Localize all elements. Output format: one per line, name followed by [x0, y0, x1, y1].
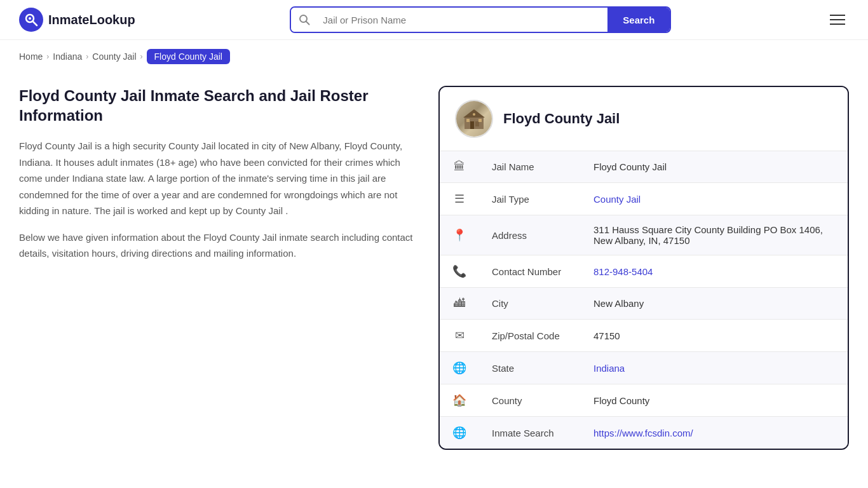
row-label: Address: [479, 215, 581, 255]
row-value: County Jail: [581, 183, 848, 215]
row-value-link[interactable]: Indiana: [593, 363, 625, 374]
search-wrapper: Search: [290, 6, 671, 33]
chevron-icon: ›: [86, 52, 88, 61]
table-row: 📍Address311 Hauss Square City County Bui…: [440, 215, 848, 255]
table-row: 📞Contact Number812-948-5404: [440, 255, 848, 288]
page-title: Floyd County Jail Inmate Search and Jail…: [19, 86, 413, 125]
row-label: Zip/Postal Code: [479, 320, 581, 352]
row-icon: 🏛: [440, 151, 479, 183]
table-row: ✉Zip/Postal Code47150: [440, 320, 848, 352]
breadcrumb-current: Floyd County Jail: [147, 49, 230, 64]
row-label: Inmate Search: [479, 417, 581, 449]
search-area: Search: [290, 6, 671, 33]
left-panel: Floyd County Jail Inmate Search and Jail…: [19, 86, 438, 272]
row-value: 47150: [581, 320, 848, 352]
row-label: Contact Number: [479, 255, 581, 288]
row-icon: 📞: [440, 255, 479, 288]
row-icon: 🌐: [440, 417, 479, 449]
search-icon: [291, 8, 318, 32]
row-icon: 🏙: [440, 288, 479, 320]
hamburger-line1: [830, 15, 845, 16]
breadcrumb-type[interactable]: County Jail: [92, 51, 136, 62]
header: InmateLookup Search: [0, 0, 868, 40]
row-label: Jail Name: [479, 151, 581, 183]
hamburger-line2: [830, 19, 845, 20]
row-value: Floyd County: [581, 384, 848, 417]
row-icon: ☰: [440, 183, 479, 215]
svg-point-11: [473, 113, 475, 116]
breadcrumb-home[interactable]: Home: [19, 51, 43, 62]
table-row: 🏙CityNew Albany: [440, 288, 848, 320]
row-label: City: [479, 288, 581, 320]
row-icon: 📍: [440, 215, 479, 255]
row-icon: 🌐: [440, 352, 479, 384]
svg-rect-9: [466, 119, 470, 122]
row-value: Indiana: [581, 352, 848, 384]
svg-rect-10: [478, 119, 482, 122]
svg-line-1: [33, 22, 37, 26]
jail-avatar-image: [456, 101, 492, 137]
breadcrumb: Home › Indiana › County Jail › Floyd Cou…: [0, 40, 868, 73]
search-input[interactable]: [318, 8, 607, 32]
breadcrumb-state[interactable]: Indiana: [53, 51, 82, 62]
row-label: Jail Type: [479, 183, 581, 215]
row-value: https://www.fcsdin.com/: [581, 417, 848, 449]
description-paragraph1: Floyd County Jail is a high security Cou…: [19, 138, 413, 219]
info-card: Floyd County Jail 🏛Jail NameFloyd County…: [438, 86, 849, 450]
row-value-link[interactable]: https://www.fcsdin.com/: [593, 428, 693, 438]
svg-rect-7: [470, 121, 474, 129]
row-label: State: [479, 352, 581, 384]
row-icon: 🏠: [440, 384, 479, 417]
row-value: 812-948-5404: [581, 255, 848, 288]
table-row: 🏠CountyFloyd County: [440, 384, 848, 417]
svg-rect-8: [475, 121, 479, 126]
search-button[interactable]: Search: [607, 8, 670, 32]
row-value: Floyd County Jail: [581, 151, 848, 183]
table-row: 🌐Inmate Searchhttps://www.fcsdin.com/: [440, 417, 848, 449]
row-label: County: [479, 384, 581, 417]
logo-icon: [19, 8, 43, 32]
table-row: 🏛Jail NameFloyd County Jail: [440, 151, 848, 183]
main-content: Floyd County Jail Inmate Search and Jail…: [0, 73, 868, 475]
hamburger-line3: [830, 24, 845, 25]
logo[interactable]: InmateLookup: [19, 8, 135, 32]
description-paragraph2: Below we have given information about th…: [19, 229, 413, 262]
menu-button[interactable]: [826, 11, 849, 29]
jail-avatar: [455, 100, 493, 138]
logo-text: InmateLookup: [48, 13, 135, 27]
row-value: 311 Hauss Square City County Building PO…: [581, 215, 848, 255]
row-value: New Albany: [581, 288, 848, 320]
card-header: Floyd County Jail: [440, 87, 848, 151]
table-row: ☰Jail TypeCounty Jail: [440, 183, 848, 215]
row-value-link[interactable]: 812-948-5404: [593, 266, 653, 277]
table-row: 🌐StateIndiana: [440, 352, 848, 384]
card-title: Floyd County Jail: [503, 111, 620, 127]
row-value-link[interactable]: County Jail: [593, 194, 641, 205]
row-icon: ✉: [440, 320, 479, 352]
info-table: 🏛Jail NameFloyd County Jail☰Jail TypeCou…: [440, 151, 848, 449]
chevron-icon: ›: [46, 52, 49, 61]
chevron-icon: ›: [140, 52, 143, 61]
svg-line-4: [306, 22, 309, 25]
svg-point-2: [29, 17, 31, 20]
